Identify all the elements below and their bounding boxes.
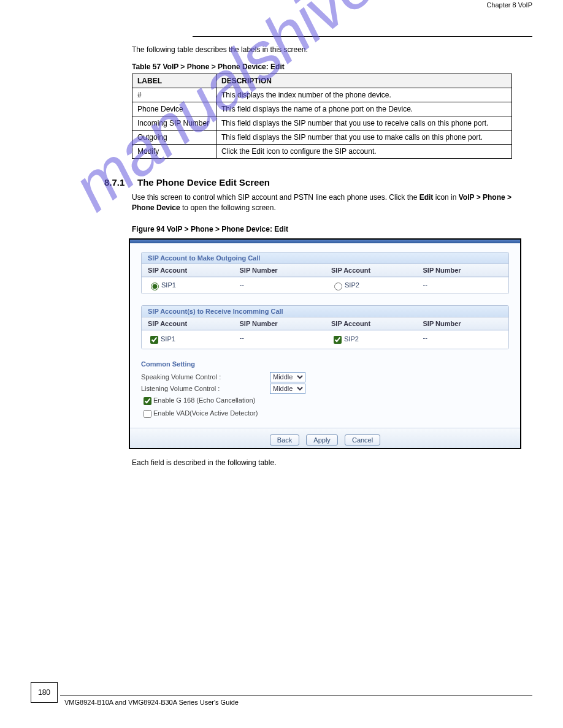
cancel-button[interactable]: Cancel	[345, 434, 380, 446]
col-header-sip-number: SIP Number	[417, 317, 509, 330]
page-footer: 180 VMG8924-B10A and VMG8924-B30A Series…	[31, 696, 532, 706]
outgoing-row-sip1[interactable]: SIP1	[142, 277, 234, 294]
incoming-number-sip2: --	[417, 330, 509, 349]
incoming-panel: SIP Account(s) to Receive Incomming Call…	[141, 305, 509, 349]
table-row: #This displays the index number of the p…	[132, 88, 512, 102]
speaking-volume-select[interactable]: Middle	[270, 372, 305, 382]
header-rule	[193, 36, 532, 37]
apply-button[interactable]: Apply	[306, 434, 338, 446]
outgoing-panel: SIP Account to Make Outgoing Call SIP Ac…	[141, 252, 509, 294]
chapter-header: Chapter 8 VoIP	[37, 1, 532, 9]
common-setting-heading: Common Setting	[141, 360, 509, 368]
section-title: The Phone Device Edit Screen	[137, 177, 270, 188]
incoming-label-sip2: SIP2	[344, 335, 359, 343]
incoming-number-sip1: --	[234, 330, 326, 349]
listening-volume-label: Listening Volume Control :	[141, 385, 270, 392]
figure-caption: Figure 94 VoIP > Phone > Phone Device: E…	[132, 225, 532, 233]
section-body: Use this screen to control which SIP acc…	[132, 192, 532, 214]
g168-label: Enable G 168 (Echo Cancellation)	[153, 396, 255, 404]
col-header-sip-account: SIP Account	[142, 317, 234, 330]
vad-label: Enable VAD(Voice Active Detector)	[153, 409, 258, 417]
listening-volume-row: Listening Volume Control : Middle	[141, 383, 509, 395]
col-header-sip-number: SIP Number	[417, 264, 509, 277]
outgoing-radio-sip1[interactable]	[151, 282, 159, 290]
incoming-row-sip1[interactable]: SIP1	[142, 330, 234, 349]
button-bar: Back Apply Cancel	[130, 428, 520, 448]
section-number: 8.7.1	[104, 177, 129, 188]
outgoing-row-sip2[interactable]: SIP2	[325, 277, 417, 294]
outgoing-radio-sip2[interactable]	[334, 282, 342, 290]
section-heading: 8.7.1 The Phone Device Edit Screen	[104, 177, 532, 188]
table-header-label: LABEL	[132, 74, 216, 88]
outgoing-label-sip2: SIP2	[345, 281, 359, 289]
col-header-sip-account: SIP Account	[325, 317, 417, 330]
table-row: ModifyClick the Edit icon to configure t…	[132, 145, 512, 159]
table-row: Phone DeviceThis field displays the name…	[132, 102, 512, 116]
post-screenshot-text: Each field is described in the following…	[132, 458, 532, 468]
incoming-label-sip1: SIP1	[161, 335, 175, 343]
outgoing-number-sip1: --	[234, 277, 326, 294]
table-header-description: DESCRIPTION	[216, 74, 512, 88]
vad-checkbox[interactable]	[144, 410, 151, 418]
g168-checkbox[interactable]	[144, 397, 151, 405]
outgoing-label-sip1: SIP1	[161, 281, 176, 289]
incoming-check-sip1[interactable]	[150, 336, 158, 344]
col-header-sip-number: SIP Number	[234, 317, 326, 330]
col-header-sip-account: SIP Account	[325, 264, 417, 277]
intro-paragraph: The following table describes the labels…	[132, 45, 532, 54]
footer-text: VMG8924-B10A and VMG8924-B30A Series Use…	[64, 696, 532, 706]
table-row: Incoming SIP NumberThis field displays t…	[132, 116, 512, 131]
incoming-panel-title: SIP Account(s) to Receive Incomming Call	[142, 306, 508, 317]
col-header-sip-number: SIP Number	[234, 264, 326, 277]
col-header-sip-account: SIP Account	[142, 264, 234, 277]
vad-row[interactable]: Enable VAD(Voice Active Detector)	[141, 408, 509, 420]
listening-volume-select[interactable]: Middle	[270, 384, 305, 394]
incoming-check-sip2[interactable]	[334, 336, 342, 344]
table-row: OutgoingThis field displays the SIP numb…	[132, 131, 512, 145]
speaking-volume-label: Speaking Volume Control :	[141, 373, 270, 381]
page-number: 180	[31, 682, 58, 703]
outgoing-number-sip2: --	[417, 277, 509, 294]
screenshot-frame: SIP Account to Make Outgoing Call SIP Ac…	[129, 238, 521, 449]
label-table-caption: Table 57 VoIP > Phone > Phone Device: Ed…	[132, 63, 532, 71]
incoming-row-sip2[interactable]: SIP2	[325, 330, 417, 349]
back-button[interactable]: Back	[270, 434, 299, 446]
label-description-table: LABEL DESCRIPTION #This displays the ind…	[132, 74, 512, 159]
outgoing-panel-title: SIP Account to Make Outgoing Call	[142, 252, 508, 264]
g168-row[interactable]: Enable G 168 (Echo Cancellation)	[141, 395, 509, 408]
speaking-volume-row: Speaking Volume Control : Middle	[141, 371, 509, 383]
